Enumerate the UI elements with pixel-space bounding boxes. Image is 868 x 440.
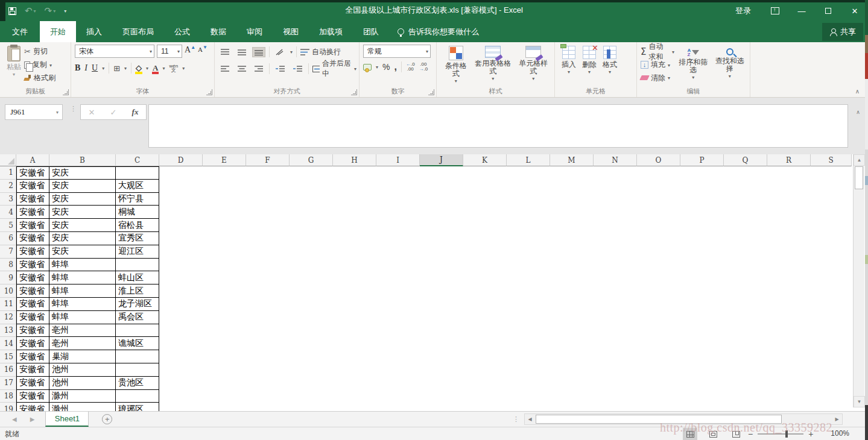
tell-me-box[interactable]: 告诉我你想要做什么 — [389, 21, 487, 42]
cell-A10[interactable]: 安徽省 — [16, 284, 49, 298]
column-header-D[interactable]: D — [159, 154, 203, 166]
row-header-8[interactable]: 8 — [0, 259, 16, 272]
cell-A1[interactable]: 安徽省 — [16, 166, 49, 180]
cell-C4[interactable]: 桐城 — [116, 206, 159, 219]
format-as-table-button[interactable]: 套用表格格式▾ — [471, 45, 515, 86]
cell-A19[interactable]: 安徽省 — [16, 403, 49, 411]
cell-C12[interactable]: 禹会区 — [116, 311, 159, 324]
scroll-left-icon[interactable]: ◀ — [525, 414, 535, 424]
cell-A14[interactable]: 安徽省 — [16, 337, 49, 350]
autosum-button[interactable]: Σ自动求和▾ — [641, 45, 674, 58]
cell-A6[interactable]: 安徽省 — [16, 232, 49, 245]
cell-B3[interactable]: 安庆 — [49, 193, 116, 206]
cell-C15[interactable] — [116, 350, 159, 363]
row-header-1[interactable]: 1 — [0, 166, 16, 180]
cell-C7[interactable]: 迎江区 — [116, 245, 159, 259]
formula-bar-splitter[interactable]: ⋮ — [70, 107, 77, 110]
cell-B5[interactable]: 安庆 — [49, 219, 116, 232]
cell-B6[interactable]: 安庆 — [49, 232, 116, 245]
column-header-N[interactable]: N — [594, 154, 637, 166]
vertical-scrollbar[interactable]: ▲ ▼ — [853, 154, 864, 407]
cell-B16[interactable]: 池州 — [49, 363, 116, 377]
cell-C17[interactable]: 贵池区 — [116, 377, 159, 390]
copy-button[interactable]: 复制▾ — [24, 58, 55, 72]
comma-style-icon[interactable]: , — [394, 61, 396, 72]
borders-icon[interactable]: ⊞ — [113, 64, 120, 73]
cell-B7[interactable]: 安庆 — [49, 245, 116, 259]
tab-formulas[interactable]: 公式 — [164, 21, 200, 42]
close-button[interactable]: ✕ — [841, 2, 868, 19]
insert-function-icon[interactable]: fx — [132, 107, 139, 117]
row-header-15[interactable]: 15 — [0, 350, 16, 363]
row-header-19[interactable]: 19 — [0, 403, 16, 411]
column-header-S[interactable]: S — [811, 154, 852, 166]
percent-style-icon[interactable]: % — [382, 62, 390, 72]
decrease-decimal-icon[interactable]: .00→.0 — [419, 62, 428, 72]
font-size-combo[interactable]: 11▾ — [157, 45, 182, 58]
cell-B11[interactable]: 蚌埠 — [49, 298, 116, 311]
column-header-C[interactable]: C — [116, 154, 159, 166]
number-format-combo[interactable]: 常规▾ — [363, 45, 431, 58]
enter-icon[interactable]: ✓ — [110, 108, 117, 117]
phonetic-guide-icon[interactable]: wén文 — [169, 64, 179, 72]
cell-A7[interactable]: 安徽省 — [16, 245, 49, 259]
cell-C8[interactable] — [116, 259, 159, 272]
column-header-A[interactable]: A — [16, 154, 49, 166]
column-header-O[interactable]: O — [637, 154, 680, 166]
format-cells-button[interactable]: 格式▾ — [600, 45, 620, 86]
cell-A9[interactable]: 安徽省 — [16, 271, 49, 284]
sheet-tab-sheet1[interactable]: Sheet1 — [45, 412, 89, 427]
column-header-K[interactable]: K — [463, 154, 507, 166]
ribbon-display-options-icon[interactable] — [762, 2, 788, 19]
row-header-17[interactable]: 17 — [0, 377, 16, 390]
column-header-E[interactable]: E — [203, 154, 246, 166]
row-header-9[interactable]: 9 — [0, 271, 16, 284]
scroll-up-icon[interactable]: ▲ — [854, 154, 865, 166]
cell-B4[interactable]: 安庆 — [49, 206, 116, 219]
cell-B13[interactable]: 亳州 — [49, 324, 116, 338]
insert-cells-button[interactable]: 插入▾ — [559, 45, 579, 86]
cell-A16[interactable]: 安徽省 — [16, 363, 49, 377]
cell-B12[interactable]: 蚌埠 — [49, 311, 116, 324]
formula-bar-collapse-icon[interactable]: ∧ — [852, 105, 864, 119]
column-header-P[interactable]: P — [680, 154, 724, 166]
column-header-J[interactable]: J — [420, 154, 463, 166]
cancel-icon[interactable]: ✕ — [89, 108, 95, 117]
cell-B10[interactable]: 蚌埠 — [49, 284, 116, 298]
namebox-dropdown-icon[interactable]: ▾ — [56, 110, 62, 115]
cell-C5[interactable]: 宿松县 — [116, 219, 159, 232]
cell-A18[interactable]: 安徽省 — [16, 390, 49, 403]
column-header-L[interactable]: L — [507, 154, 550, 166]
column-header-B[interactable]: B — [49, 154, 116, 166]
middle-align-icon[interactable] — [235, 47, 249, 57]
row-header-13[interactable]: 13 — [0, 324, 16, 338]
cell-B14[interactable]: 亳州 — [49, 337, 116, 350]
sheet-prev-icon[interactable]: ◀ — [12, 416, 17, 423]
increase-decimal-icon[interactable]: ←.0.00 — [406, 62, 415, 72]
tab-insert[interactable]: 插入 — [76, 21, 112, 42]
align-right-icon[interactable] — [252, 64, 265, 74]
align-center-icon[interactable] — [235, 64, 249, 74]
italic-button[interactable]: I — [84, 63, 87, 73]
column-header-G[interactable]: G — [290, 154, 333, 166]
cell-C14[interactable]: 谯城区 — [116, 337, 159, 350]
cell-A17[interactable]: 安徽省 — [16, 377, 49, 390]
column-header-M[interactable]: M — [550, 154, 594, 166]
font-name-combo[interactable]: 宋体▾ — [75, 45, 154, 58]
column-header-F[interactable]: F — [246, 154, 290, 166]
fill-button[interactable]: ↓填充▾ — [641, 58, 674, 72]
name-box[interactable]: J961▾ — [5, 104, 63, 120]
cut-button[interactable]: ✂剪切 — [24, 45, 55, 58]
cell-C11[interactable]: 龙子湖区 — [116, 298, 159, 311]
hscroll-splitter[interactable]: ⋮ — [513, 418, 519, 421]
scroll-down-icon[interactable]: ▼ — [854, 396, 865, 407]
alignment-dialog-launcher-icon[interactable] — [351, 89, 357, 95]
tab-file[interactable]: 文件 — [0, 21, 40, 42]
paste-button[interactable]: 粘贴 ▾ — [4, 45, 24, 86]
cell-B8[interactable]: 蚌埠 — [49, 259, 116, 272]
cell-C18[interactable] — [116, 390, 159, 403]
cell-A5[interactable]: 安徽省 — [16, 219, 49, 232]
bold-button[interactable]: B — [75, 63, 80, 73]
clipboard-dialog-launcher-icon[interactable] — [63, 89, 69, 95]
share-button[interactable]: 共享 — [822, 23, 863, 41]
